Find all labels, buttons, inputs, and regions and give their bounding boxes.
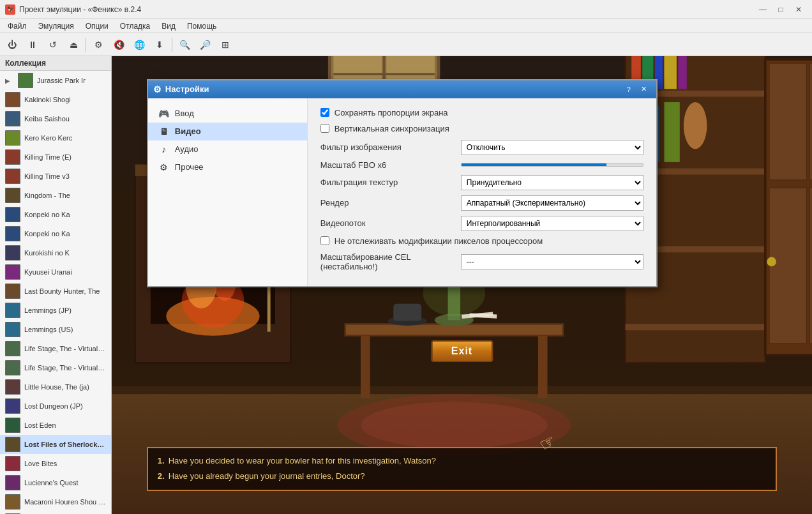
dialog-nav-input[interactable]: 🎮 Ввод bbox=[148, 105, 307, 123]
cel-select[interactable]: --- bbox=[461, 254, 643, 269]
cel-row: Масштабирование CEL (нестабильно!) --- bbox=[320, 252, 643, 271]
fbo-slider-track bbox=[461, 163, 643, 167]
toolbar-sep-2 bbox=[172, 38, 172, 52]
sidebar-item-lost-eden[interactable]: Lost Eden bbox=[0, 416, 111, 435]
filter-select[interactable]: Отключить bbox=[461, 140, 643, 155]
sidebar-item-jurassic-park[interactable]: ▶Jurassic Park Ir bbox=[0, 71, 111, 90]
sidebar-thumb-killing-time-v3 bbox=[5, 169, 20, 184]
game-area: Exit 1. Have you decided to wear your bo… bbox=[112, 56, 812, 514]
dialog-close-button[interactable]: ✕ bbox=[637, 83, 651, 96]
dialog-nav-video-label: Видео bbox=[175, 126, 201, 136]
sidebar-item-life-stage-jp[interactable]: Life Stage, The - Virtual House (JP) bbox=[0, 339, 111, 358]
menu-debug[interactable]: Отладка bbox=[115, 20, 155, 32]
sidebar-item-kyuusei-urania[interactable]: Kyuusei Uranai bbox=[0, 262, 111, 282]
app-icon: 🦅 bbox=[5, 4, 15, 15]
sidebar-item-lucienne[interactable]: Lucienne's Quest bbox=[0, 473, 111, 492]
filter-control: Отключить bbox=[461, 140, 643, 155]
sidebar-item-lost-files[interactable]: Lost Files of Sherlock Holmes, The bbox=[0, 435, 111, 454]
fit-button[interactable]: ⊞ bbox=[216, 36, 235, 54]
texture-filter-row: Фильтрация текстур Принудительно bbox=[320, 175, 643, 190]
sidebar-item-killing-time-e[interactable]: Killing Time (E) bbox=[0, 147, 111, 167]
pause-button[interactable]: ⏸ bbox=[23, 36, 42, 54]
expand-arrow-jurassic-park[interactable]: ▶ bbox=[5, 77, 14, 84]
dialog-nav-sidebar: 🎮 Ввод 🖥 Видео ♪ Аудио ⚙ bbox=[148, 98, 308, 286]
menu-file[interactable]: Файл bbox=[3, 20, 32, 32]
sidebar-item-macaroni[interactable]: Macaroni Houren Shou Interactive (ja) bbox=[0, 492, 111, 511]
menu-view[interactable]: Вид bbox=[156, 20, 181, 32]
sidebar-item-label-lost-files: Lost Files of Sherlock Holmes, The bbox=[24, 441, 106, 448]
sidebar-thumb-life-stage-kr bbox=[5, 360, 20, 375]
videostream-select[interactable]: Интерполированный bbox=[461, 216, 643, 231]
sidebar-item-label-killing-time-e: Killing Time (E) bbox=[24, 153, 71, 161]
network-button[interactable]: 🌐 bbox=[130, 36, 149, 54]
sidebar-item-label-little-house: Little House, The (ja) bbox=[24, 383, 89, 391]
minimize-button[interactable]: — bbox=[755, 3, 771, 16]
sidebar-item-lemmings-us[interactable]: Lemmings (US) bbox=[0, 320, 111, 339]
vsync-label: Вертикальная синхронизация bbox=[335, 124, 449, 133]
dialog-nav-other[interactable]: ⚙ Прочее bbox=[148, 158, 307, 176]
sidebar-item-mad-dog-2[interactable]: Mad Dog II - the Lost Gold (US) bbox=[0, 511, 111, 514]
audio-icon: ♪ bbox=[158, 144, 170, 155]
power-button[interactable]: ⏻ bbox=[3, 36, 22, 54]
keep-ratio-checkbox[interactable] bbox=[320, 108, 329, 117]
toolbar-sep-1 bbox=[86, 38, 86, 52]
videostream-control: Интерполированный bbox=[461, 216, 643, 231]
title-bar-left: 🦅 Проект эмуляции - «Феникс» в.2.4 bbox=[5, 4, 141, 15]
videostream-row: Видеопоток Интерполированный bbox=[320, 216, 643, 231]
sidebar-item-last-bounty-hunter[interactable]: Last Bounty Hunter, The bbox=[0, 282, 111, 301]
vsync-checkbox[interactable] bbox=[320, 124, 329, 133]
no-pixel-track-checkbox[interactable] bbox=[320, 236, 329, 245]
title-bar-controls: — □ ✕ bbox=[755, 3, 807, 16]
sidebar-item-kingdom[interactable]: Kingdom - The bbox=[0, 186, 111, 205]
sidebar-item-lost-dungeon[interactable]: Lost Dungeon (JP) bbox=[0, 397, 111, 416]
sidebar-thumb-life-stage-jp bbox=[5, 341, 20, 356]
sidebar-thumb-love-bites bbox=[5, 456, 20, 471]
menu-help[interactable]: Помощь bbox=[182, 20, 222, 32]
fbo-slider-container bbox=[461, 163, 643, 167]
reset-button[interactable]: ↺ bbox=[43, 36, 63, 54]
zoom-in-button[interactable]: 🔍 bbox=[175, 36, 194, 54]
download-button[interactable]: ⬇ bbox=[150, 36, 169, 54]
sidebar-item-label-jurassic-park: Jurassic Park Ir bbox=[37, 77, 86, 84]
settings-button[interactable]: ⚙ bbox=[89, 36, 108, 54]
sidebar-item-killing-time-v3[interactable]: Killing Time v3 bbox=[0, 167, 111, 186]
sidebar-item-label-konpeki-no-ka1: Konpeki no Ka bbox=[24, 211, 70, 218]
maximize-button[interactable]: □ bbox=[772, 3, 789, 16]
dialog-nav-video[interactable]: 🖥 Видео bbox=[148, 123, 307, 140]
sidebar-item-love-bites[interactable]: Love Bites bbox=[0, 454, 111, 473]
eject-button[interactable]: ⏏ bbox=[64, 36, 83, 54]
sidebar-item-kakinoki[interactable]: Kakinoki Shogi bbox=[0, 90, 111, 109]
vsync-row: Вертикальная синхронизация bbox=[320, 124, 643, 133]
sidebar-item-kurokishi[interactable]: Kurokishi no K bbox=[0, 243, 111, 262]
no-pixel-track-label: Не отслеживать модификации пикселов проц… bbox=[335, 236, 543, 246]
dialog-nav-audio[interactable]: ♪ Аудио bbox=[148, 140, 307, 158]
mute-button[interactable]: 🔇 bbox=[109, 36, 128, 54]
sidebar-item-label-lost-eden: Lost Eden bbox=[24, 421, 56, 429]
sidebar-item-konpeki-no-ka2[interactable]: Konpeki no Ka bbox=[0, 224, 111, 243]
sidebar-item-konpeki-no-ka1[interactable]: Konpeki no Ka bbox=[0, 205, 111, 224]
settings-dialog: ⚙ Настройки ? ✕ 🎮 Ввод bbox=[147, 79, 658, 287]
sidebar-item-kero-kero[interactable]: Kero Kero Kerc bbox=[0, 128, 111, 147]
sidebar-item-label-lemmings-us: Lemmings (US) bbox=[24, 326, 73, 333]
sidebar-item-label-kakinoki: Kakinoki Shogi bbox=[24, 96, 71, 103]
sidebar-item-life-stage-kr[interactable]: Life Stage, The - Virtual House (KR, US) bbox=[0, 358, 111, 377]
dialog-overlay: ⚙ Настройки ? ✕ 🎮 Ввод bbox=[112, 56, 812, 514]
sidebar-item-keiba[interactable]: Keiba Saishou bbox=[0, 109, 111, 128]
sidebar-thumb-kero-kero bbox=[5, 130, 20, 146]
sidebar-item-little-house[interactable]: Little House, The (ja) bbox=[0, 377, 111, 397]
texture-filter-select[interactable]: Принудительно bbox=[461, 175, 643, 190]
close-button[interactable]: ✕ bbox=[790, 3, 807, 16]
menu-emulation[interactable]: Эмуляция bbox=[33, 20, 79, 32]
dialog-titlebar: ⚙ Настройки ? ✕ bbox=[148, 80, 656, 98]
render-select[interactable]: Аппаратный (Экспериментально) bbox=[461, 195, 643, 211]
sidebar-item-lemmings-jp[interactable]: Lemmings (JP) bbox=[0, 301, 111, 320]
sidebar-item-label-keiba: Keiba Saishou bbox=[24, 115, 70, 123]
sidebar-header: Коллекция bbox=[0, 56, 111, 71]
sidebar-thumb-jurassic-park bbox=[18, 73, 33, 88]
menu-options[interactable]: Опции bbox=[80, 20, 114, 32]
zoom-out-button[interactable]: 🔎 bbox=[195, 36, 214, 54]
dialog-help-button[interactable]: ? bbox=[622, 83, 636, 96]
dialog-title-controls: ? ✕ bbox=[622, 83, 651, 96]
texture-filter-control: Принудительно bbox=[461, 175, 643, 190]
sidebar-item-label-life-stage-kr: Life Stage, The - Virtual House (KR, US) bbox=[24, 364, 106, 372]
